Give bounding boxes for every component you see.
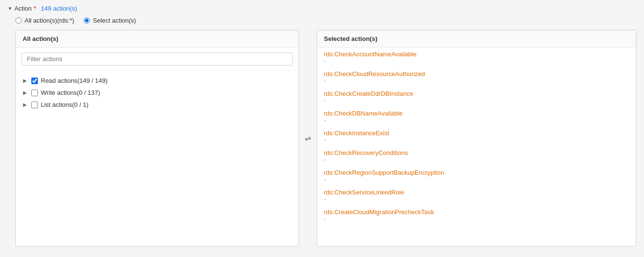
radio-select-input[interactable] xyxy=(84,17,90,24)
tree-checkbox-list[interactable] xyxy=(31,102,38,108)
selected-item-name: rds:CheckCreateDdrDBInstance xyxy=(324,90,629,97)
tree-checkbox-write[interactable] xyxy=(31,90,38,96)
tree-checkbox-read[interactable] xyxy=(31,77,38,84)
radio-all-label: All action(s)(rds:*) xyxy=(25,17,74,24)
tree-item-write[interactable]: ▶ Write actions(0 / 137) xyxy=(16,87,298,99)
action-label: Action xyxy=(14,5,32,12)
selected-item-desc: - xyxy=(324,196,629,205)
selected-item-name: rds:CheckDBNameAvailable xyxy=(324,110,629,117)
radio-select-label: Select action(s) xyxy=(93,17,136,24)
selected-item-desc: - xyxy=(324,97,629,106)
selected-item-name: rds:CheckCloudResourceAuthorized xyxy=(324,70,629,77)
selected-item-desc: - xyxy=(324,156,629,165)
tree-item-read[interactable]: ▶ Read actions(149 / 149) xyxy=(16,75,298,87)
radio-all-actions[interactable]: All action(s)(rds:*) xyxy=(15,17,74,24)
selected-item-name: rds:CheckAccountNameAvailable xyxy=(324,51,629,58)
selected-item-desc: - xyxy=(324,137,629,145)
tree-chevron-read[interactable]: ▶ xyxy=(22,78,28,83)
selected-actions-list[interactable]: rds:CheckAccountNameAvailable-rds:CheckC… xyxy=(317,48,636,246)
panels-container: All action(s) ▶ Read actions(149 / 149) … xyxy=(15,30,636,246)
tree-item-list[interactable]: ▶ List actions(0 / 1) xyxy=(16,99,298,111)
transfer-icon-wrapper[interactable]: ⇌ xyxy=(299,30,317,246)
radio-select-actions[interactable]: Select action(s) xyxy=(84,17,136,24)
list-item: rds:CheckCreateDdrDBInstance- xyxy=(317,87,636,107)
selected-item-name: rds:CheckRecoveryConditions xyxy=(324,149,629,156)
transfer-icon: ⇌ xyxy=(305,134,311,143)
list-item: rds:CheckAccountNameAvailable- xyxy=(317,48,636,67)
selected-item-name: rds:CheckInstanceExist xyxy=(324,129,629,137)
chevron-icon[interactable]: ▼ xyxy=(8,6,12,11)
selected-item-desc: - xyxy=(324,58,629,66)
list-item: rds:CheckRegionSupportBackupEncryption- xyxy=(317,166,636,186)
tree-chevron-write[interactable]: ▶ xyxy=(22,90,28,95)
filter-input[interactable] xyxy=(22,52,293,65)
action-title: ▼ Action * xyxy=(8,5,36,12)
required-star: * xyxy=(34,5,36,12)
list-item: rds:CreateCloudMigrationPrecheckTask- xyxy=(317,206,636,225)
tree-chevron-list[interactable]: ▶ xyxy=(22,102,28,107)
tree-label-write: Write actions(0 / 137) xyxy=(41,89,100,96)
list-item: rds:CheckCloudResourceAuthorized- xyxy=(317,67,636,87)
selected-actions-panel: Selected action(s) rds:CheckAccountNameA… xyxy=(317,30,636,246)
action-count: 149 action(s) xyxy=(41,5,77,12)
selected-item-desc: - xyxy=(324,77,629,86)
tree-label-read: Read actions(149 / 149) xyxy=(41,77,108,84)
filter-wrapper xyxy=(16,48,298,71)
list-item: rds:CheckInstanceExist- xyxy=(317,127,636,146)
all-actions-panel: All action(s) ▶ Read actions(149 / 149) … xyxy=(15,30,299,246)
action-header: ▼ Action * 149 action(s) xyxy=(8,5,636,12)
radio-all-input[interactable] xyxy=(15,17,22,24)
list-item: rds:CheckRecoveryConditions- xyxy=(317,146,636,166)
selected-item-name: rds:CheckRegionSupportBackupEncryption xyxy=(324,169,629,176)
tree-list: ▶ Read actions(149 / 149) ▶ Write action… xyxy=(16,71,298,115)
selected-item-desc: - xyxy=(324,216,629,224)
list-item: rds:CheckDBNameAvailable- xyxy=(317,107,636,127)
selected-actions-header: Selected action(s) xyxy=(317,30,636,48)
selected-item-desc: - xyxy=(324,117,629,126)
radio-group: All action(s)(rds:*) Select action(s) xyxy=(15,17,636,24)
list-item: rds:CheckServiceLinkedRole- xyxy=(317,186,636,206)
selected-item-name: rds:CheckServiceLinkedRole xyxy=(324,189,629,196)
tree-label-list: List actions(0 / 1) xyxy=(41,101,88,108)
selected-item-desc: - xyxy=(324,176,629,185)
selected-item-name: rds:CreateCloudMigrationPrecheckTask xyxy=(324,208,629,216)
all-actions-header: All action(s) xyxy=(16,30,298,48)
